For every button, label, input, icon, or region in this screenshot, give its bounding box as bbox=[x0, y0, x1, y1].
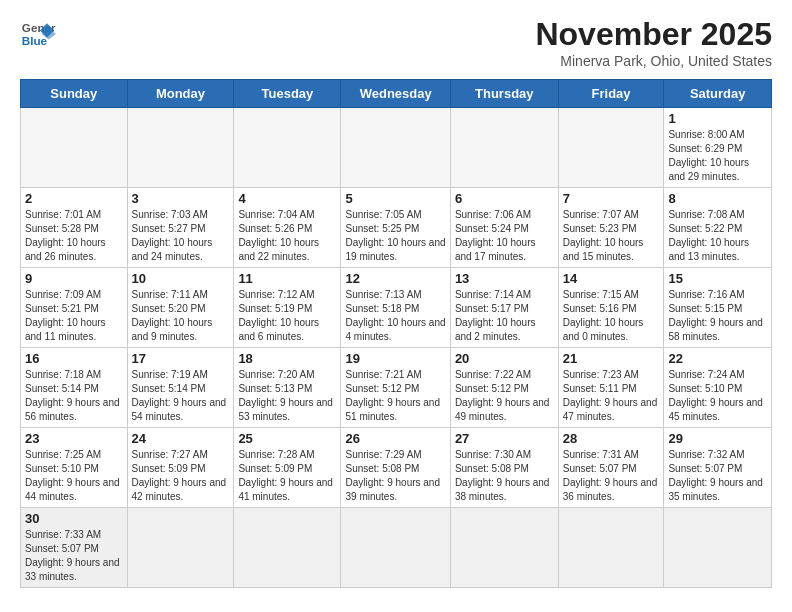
calendar-cell: 24Sunrise: 7:27 AMSunset: 5:09 PMDayligh… bbox=[127, 428, 234, 508]
calendar-week-row: 16Sunrise: 7:18 AMSunset: 5:14 PMDayligh… bbox=[21, 348, 772, 428]
day-number: 15 bbox=[668, 271, 767, 286]
month-title: November 2025 bbox=[535, 16, 772, 53]
day-number: 14 bbox=[563, 271, 660, 286]
page: General Blue November 2025 Minerva Park,… bbox=[0, 0, 792, 608]
svg-text:Blue: Blue bbox=[22, 34, 48, 47]
calendar-cell: 6Sunrise: 7:06 AMSunset: 5:24 PMDaylight… bbox=[450, 188, 558, 268]
calendar-cell bbox=[341, 508, 450, 588]
calendar-cell bbox=[234, 508, 341, 588]
header: General Blue November 2025 Minerva Park,… bbox=[20, 16, 772, 69]
day-number: 24 bbox=[132, 431, 230, 446]
day-info: Sunrise: 7:13 AMSunset: 5:18 PMDaylight:… bbox=[345, 288, 445, 344]
day-info: Sunrise: 7:22 AMSunset: 5:12 PMDaylight:… bbox=[455, 368, 554, 424]
calendar-cell: 4Sunrise: 7:04 AMSunset: 5:26 PMDaylight… bbox=[234, 188, 341, 268]
calendar-cell: 23Sunrise: 7:25 AMSunset: 5:10 PMDayligh… bbox=[21, 428, 128, 508]
day-number: 20 bbox=[455, 351, 554, 366]
day-number: 28 bbox=[563, 431, 660, 446]
title-block: November 2025 Minerva Park, Ohio, United… bbox=[535, 16, 772, 69]
calendar-cell bbox=[234, 108, 341, 188]
day-number: 29 bbox=[668, 431, 767, 446]
calendar-cell bbox=[450, 508, 558, 588]
day-info: Sunrise: 7:08 AMSunset: 5:22 PMDaylight:… bbox=[668, 208, 767, 264]
day-number: 21 bbox=[563, 351, 660, 366]
calendar-cell: 17Sunrise: 7:19 AMSunset: 5:14 PMDayligh… bbox=[127, 348, 234, 428]
calendar-cell: 30Sunrise: 7:33 AMSunset: 5:07 PMDayligh… bbox=[21, 508, 128, 588]
calendar-cell: 5Sunrise: 7:05 AMSunset: 5:25 PMDaylight… bbox=[341, 188, 450, 268]
day-number: 7 bbox=[563, 191, 660, 206]
day-info: Sunrise: 7:30 AMSunset: 5:08 PMDaylight:… bbox=[455, 448, 554, 504]
calendar-week-row: 30Sunrise: 7:33 AMSunset: 5:07 PMDayligh… bbox=[21, 508, 772, 588]
generalblue-logo-icon: General Blue bbox=[20, 16, 56, 52]
day-info: Sunrise: 7:16 AMSunset: 5:15 PMDaylight:… bbox=[668, 288, 767, 344]
day-info: Sunrise: 8:00 AMSunset: 6:29 PMDaylight:… bbox=[668, 128, 767, 184]
day-info: Sunrise: 7:12 AMSunset: 5:19 PMDaylight:… bbox=[238, 288, 336, 344]
calendar-header-tuesday: Tuesday bbox=[234, 80, 341, 108]
day-info: Sunrise: 7:27 AMSunset: 5:09 PMDaylight:… bbox=[132, 448, 230, 504]
calendar-cell: 18Sunrise: 7:20 AMSunset: 5:13 PMDayligh… bbox=[234, 348, 341, 428]
day-info: Sunrise: 7:20 AMSunset: 5:13 PMDaylight:… bbox=[238, 368, 336, 424]
day-number: 26 bbox=[345, 431, 445, 446]
day-number: 18 bbox=[238, 351, 336, 366]
day-number: 13 bbox=[455, 271, 554, 286]
day-info: Sunrise: 7:03 AMSunset: 5:27 PMDaylight:… bbox=[132, 208, 230, 264]
calendar-cell: 2Sunrise: 7:01 AMSunset: 5:28 PMDaylight… bbox=[21, 188, 128, 268]
day-number: 6 bbox=[455, 191, 554, 206]
day-info: Sunrise: 7:29 AMSunset: 5:08 PMDaylight:… bbox=[345, 448, 445, 504]
calendar-cell bbox=[21, 108, 128, 188]
day-number: 27 bbox=[455, 431, 554, 446]
day-info: Sunrise: 7:21 AMSunset: 5:12 PMDaylight:… bbox=[345, 368, 445, 424]
day-number: 30 bbox=[25, 511, 123, 526]
day-number: 9 bbox=[25, 271, 123, 286]
calendar-cell: 25Sunrise: 7:28 AMSunset: 5:09 PMDayligh… bbox=[234, 428, 341, 508]
calendar-cell: 7Sunrise: 7:07 AMSunset: 5:23 PMDaylight… bbox=[558, 188, 664, 268]
day-number: 8 bbox=[668, 191, 767, 206]
calendar-cell: 20Sunrise: 7:22 AMSunset: 5:12 PMDayligh… bbox=[450, 348, 558, 428]
day-number: 22 bbox=[668, 351, 767, 366]
logo: General Blue bbox=[20, 16, 56, 52]
location: Minerva Park, Ohio, United States bbox=[535, 53, 772, 69]
day-info: Sunrise: 7:09 AMSunset: 5:21 PMDaylight:… bbox=[25, 288, 123, 344]
day-info: Sunrise: 7:24 AMSunset: 5:10 PMDaylight:… bbox=[668, 368, 767, 424]
day-info: Sunrise: 7:04 AMSunset: 5:26 PMDaylight:… bbox=[238, 208, 336, 264]
calendar-cell: 14Sunrise: 7:15 AMSunset: 5:16 PMDayligh… bbox=[558, 268, 664, 348]
day-number: 5 bbox=[345, 191, 445, 206]
calendar-week-row: 9Sunrise: 7:09 AMSunset: 5:21 PMDaylight… bbox=[21, 268, 772, 348]
day-info: Sunrise: 7:07 AMSunset: 5:23 PMDaylight:… bbox=[563, 208, 660, 264]
calendar-week-row: 23Sunrise: 7:25 AMSunset: 5:10 PMDayligh… bbox=[21, 428, 772, 508]
calendar-header-sunday: Sunday bbox=[21, 80, 128, 108]
day-info: Sunrise: 7:14 AMSunset: 5:17 PMDaylight:… bbox=[455, 288, 554, 344]
calendar-cell bbox=[127, 508, 234, 588]
calendar-cell bbox=[341, 108, 450, 188]
day-info: Sunrise: 7:31 AMSunset: 5:07 PMDaylight:… bbox=[563, 448, 660, 504]
day-info: Sunrise: 7:28 AMSunset: 5:09 PMDaylight:… bbox=[238, 448, 336, 504]
calendar-cell bbox=[558, 108, 664, 188]
calendar-cell: 16Sunrise: 7:18 AMSunset: 5:14 PMDayligh… bbox=[21, 348, 128, 428]
day-info: Sunrise: 7:05 AMSunset: 5:25 PMDaylight:… bbox=[345, 208, 445, 264]
day-number: 4 bbox=[238, 191, 336, 206]
calendar-week-row: 1Sunrise: 8:00 AMSunset: 6:29 PMDaylight… bbox=[21, 108, 772, 188]
day-number: 12 bbox=[345, 271, 445, 286]
calendar-cell: 27Sunrise: 7:30 AMSunset: 5:08 PMDayligh… bbox=[450, 428, 558, 508]
calendar-header-wednesday: Wednesday bbox=[341, 80, 450, 108]
calendar-cell: 11Sunrise: 7:12 AMSunset: 5:19 PMDayligh… bbox=[234, 268, 341, 348]
day-info: Sunrise: 7:33 AMSunset: 5:07 PMDaylight:… bbox=[25, 528, 123, 584]
calendar-cell: 1Sunrise: 8:00 AMSunset: 6:29 PMDaylight… bbox=[664, 108, 772, 188]
calendar-cell bbox=[664, 508, 772, 588]
calendar-header-monday: Monday bbox=[127, 80, 234, 108]
calendar-cell: 15Sunrise: 7:16 AMSunset: 5:15 PMDayligh… bbox=[664, 268, 772, 348]
calendar-cell: 28Sunrise: 7:31 AMSunset: 5:07 PMDayligh… bbox=[558, 428, 664, 508]
calendar-header-thursday: Thursday bbox=[450, 80, 558, 108]
day-number: 23 bbox=[25, 431, 123, 446]
day-number: 19 bbox=[345, 351, 445, 366]
day-number: 16 bbox=[25, 351, 123, 366]
calendar-cell bbox=[127, 108, 234, 188]
day-number: 3 bbox=[132, 191, 230, 206]
calendar-cell: 13Sunrise: 7:14 AMSunset: 5:17 PMDayligh… bbox=[450, 268, 558, 348]
calendar-cell bbox=[450, 108, 558, 188]
calendar-cell bbox=[558, 508, 664, 588]
day-number: 2 bbox=[25, 191, 123, 206]
calendar-cell: 29Sunrise: 7:32 AMSunset: 5:07 PMDayligh… bbox=[664, 428, 772, 508]
calendar-cell: 21Sunrise: 7:23 AMSunset: 5:11 PMDayligh… bbox=[558, 348, 664, 428]
calendar-table: SundayMondayTuesdayWednesdayThursdayFrid… bbox=[20, 79, 772, 588]
calendar-header-row: SundayMondayTuesdayWednesdayThursdayFrid… bbox=[21, 80, 772, 108]
